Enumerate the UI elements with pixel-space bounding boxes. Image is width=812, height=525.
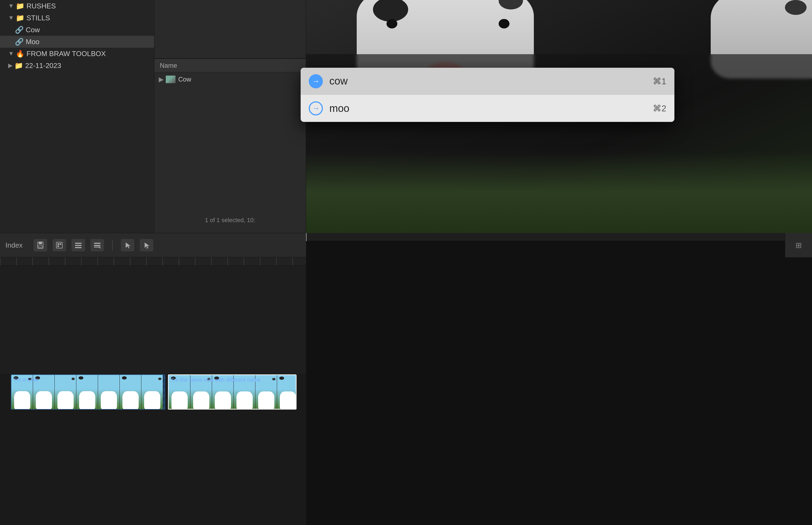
- file-browser-panel: Cow Name ▶ Cow 1 of 1 selected, 10:: [154, 0, 306, 233]
- timeline-tracks-area[interactable]: [0, 266, 306, 374]
- popup-moo-shortcut: ⌘2: [653, 103, 666, 114]
- right-timeline-area: [306, 233, 812, 525]
- timeline-btn-arrow-down[interactable]: [140, 239, 153, 251]
- timeline-ruler: // Ruler ticks will be drawn inline: [0, 257, 306, 266]
- cow-link-icon: 🔗: [15, 26, 24, 34]
- clip2-label: I'm the same cow with different name: [171, 377, 261, 383]
- index-label: Index: [5, 241, 23, 250]
- sidebar-item-stills[interactable]: ▼ 📁 STILLS: [0, 12, 154, 24]
- date-arrow-icon: ▶: [8, 62, 13, 69]
- right-timeline-controls: ⊞: [785, 233, 812, 257]
- playhead-indicator: [306, 233, 307, 241]
- sidebar-item-moo[interactable]: 🔗 Moo: [0, 36, 154, 48]
- clip1-frame7: [141, 375, 163, 409]
- date-folder-icon: 📁: [14, 61, 23, 70]
- clip-im-a-cow[interactable]: I'm a Cow: [11, 374, 165, 409]
- moo-circle-icon: →: [309, 101, 323, 116]
- cow-row-thumb-icon: [166, 76, 175, 83]
- popup-item-cow[interactable]: → cow ⌘1: [301, 68, 674, 95]
- sidebar-item-cow[interactable]: 🔗 Cow: [0, 24, 154, 36]
- svg-rect-3: [56, 242, 62, 248]
- file-panel-header: Name: [154, 59, 306, 72]
- moo-link-icon: 🔗: [15, 38, 24, 46]
- clip-track: I'm a Cow I'm the same cow with differen…: [0, 371, 306, 413]
- sidebar: ▼ 📁 RUSHES ▼ 📁 STILLS 🔗 Cow 🔗 Moo ▼ 🔥 FR…: [0, 0, 154, 233]
- sidebar-item-rushes[interactable]: ▼ 📁 RUSHES: [0, 0, 154, 12]
- timeline-btn-save[interactable]: [34, 239, 47, 251]
- sidebar-date-label: 22-11-2023: [25, 61, 61, 70]
- cow-row-expand-icon: ▶: [159, 76, 164, 83]
- timeline-btn-export[interactable]: [52, 239, 66, 251]
- rushes-folder-icon: 📁: [16, 2, 25, 10]
- svg-rect-4: [58, 243, 59, 245]
- braw-arrow-icon: ▼: [8, 50, 14, 57]
- svg-rect-6: [58, 245, 59, 247]
- timeline-toolbar: Index: [0, 233, 306, 257]
- cow-row-label: Cow: [178, 76, 191, 83]
- svg-rect-8: [75, 245, 81, 246]
- svg-rect-11: [94, 245, 101, 246]
- svg-rect-9: [75, 247, 81, 248]
- popup-item-moo[interactable]: → moo ⌘2: [301, 95, 674, 122]
- sidebar-braw-label: FROM BRAW TOOLBOX: [27, 49, 106, 58]
- svg-rect-7: [75, 243, 81, 244]
- rushes-arrow-icon: ▼: [8, 2, 14, 10]
- clip1-frame3: [55, 375, 76, 409]
- cow-circle-icon: →: [309, 74, 323, 88]
- popup-menu: → cow ⌘1 → moo ⌘2: [301, 68, 674, 122]
- timeline-btn-layout[interactable]: [72, 239, 85, 251]
- toolbar-divider: [112, 240, 113, 251]
- stills-arrow-icon: ▼: [8, 14, 14, 21]
- cow-arrow-icon: →: [312, 77, 320, 86]
- selection-status: 1 of 1 selected, 10:: [205, 217, 256, 224]
- clip1-frame5: [98, 375, 120, 409]
- svg-rect-2: [39, 246, 42, 247]
- clip1-frame6: [120, 375, 141, 409]
- sidebar-cow-label: Cow: [26, 26, 40, 34]
- file-row-cow[interactable]: ▶ Cow: [154, 72, 306, 86]
- svg-rect-1: [39, 242, 42, 244]
- sidebar-moo-label: Moo: [26, 38, 40, 46]
- clip-same-cow[interactable]: I'm the same cow with different name: [168, 374, 296, 409]
- svg-rect-10: [94, 243, 101, 244]
- stills-folder-icon: 📁: [16, 14, 25, 22]
- clip1-label: I'm a Cow: [14, 377, 38, 383]
- braw-fire-icon: 🔥: [16, 49, 25, 58]
- moo-arrow-icon: →: [312, 104, 320, 113]
- zoom-control[interactable]: ⊞: [795, 241, 803, 249]
- sidebar-rushes-label: RUSHES: [27, 2, 56, 10]
- file-status-bar: 1 of 1 selected, 10:: [154, 216, 306, 225]
- popup-moo-label: moo: [330, 103, 653, 114]
- sidebar-item-date[interactable]: ▶ 📁 22-11-2023: [0, 60, 154, 72]
- timeline-btn-cursor[interactable]: [121, 239, 134, 251]
- svg-rect-5: [60, 243, 61, 245]
- popup-cow-label: cow: [330, 75, 653, 87]
- right-ruler: [306, 233, 812, 241]
- popup-cow-shortcut: ⌘1: [653, 76, 666, 86]
- sidebar-stills-label: STILLS: [27, 14, 50, 22]
- clip1-frame4: [76, 375, 98, 409]
- name-column-header: Name: [160, 62, 177, 69]
- sidebar-item-braw[interactable]: ▼ 🔥 FROM BRAW TOOLBOX: [0, 48, 154, 60]
- timeline-btn-dropdown[interactable]: [90, 239, 104, 251]
- clip2-frame6: [277, 375, 296, 409]
